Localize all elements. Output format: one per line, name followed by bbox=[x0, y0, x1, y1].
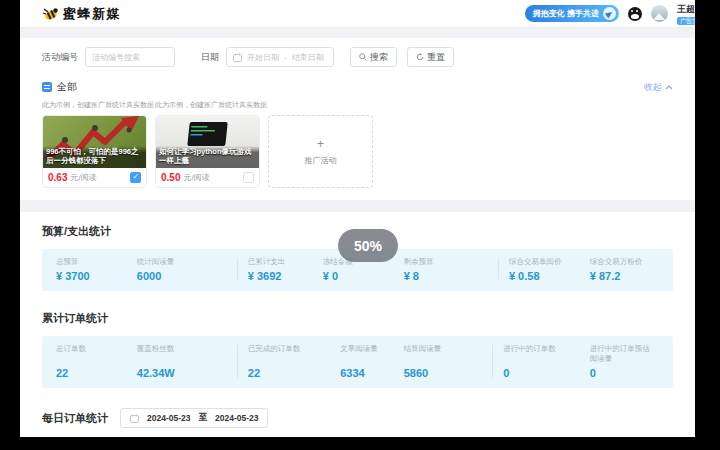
stat-label: 文章阅读量 bbox=[340, 344, 400, 353]
brand[interactable]: 蜜蜂新媒 bbox=[42, 5, 121, 23]
orders-section-title: 累计订单统计 bbox=[42, 311, 673, 326]
divider bbox=[498, 258, 499, 281]
stat-label: 统计阅读量 bbox=[137, 257, 231, 266]
date-end-placeholder: 结束日期 bbox=[292, 52, 324, 63]
campaign-price: 0.50 bbox=[161, 172, 180, 183]
stat-article-reads: 文章阅读量 6334 bbox=[340, 344, 404, 379]
campaign-panel: 活动编号 日期 开始日期 - 结束日期 搜索 bbox=[20, 38, 695, 200]
top-header: 蜜蜂新媒 拥抱变化 携手共进 王超 广告主 bbox=[20, 0, 695, 28]
campaign-price-unit: 元/阅读 bbox=[183, 172, 209, 183]
stat-label: 总订单数 bbox=[56, 344, 133, 353]
add-campaign-card[interactable]: + 推广活动 bbox=[268, 115, 373, 188]
search-button[interactable]: 搜索 bbox=[350, 47, 397, 67]
stat-label: 已完成的订单数 bbox=[248, 344, 336, 353]
sample-hint: 此为示例，创建推广后统计真实数据 bbox=[155, 100, 268, 110]
campaign-card-python[interactable]: 如何让学习python像玩游戏一样上瘾 0.50 元/阅读 bbox=[155, 115, 260, 188]
mascot-icon[interactable] bbox=[628, 7, 642, 21]
stat-fans-covered: 覆盖粉丝数 42.34W bbox=[137, 344, 235, 379]
user-name: 王超 bbox=[677, 3, 695, 16]
stat-label: 已累计支出 bbox=[248, 257, 319, 266]
date-separator: - bbox=[284, 53, 287, 62]
add-campaign-label: 推广活动 bbox=[305, 155, 337, 166]
stat-price-per-10k-fans: 综合交易万粉价 ¥ 87.2 bbox=[590, 257, 659, 282]
stat-label: 结算阅读量 bbox=[404, 344, 487, 353]
stat-label: 综合交易万粉价 bbox=[590, 257, 655, 266]
stat-value: ¥ 0 bbox=[323, 270, 400, 282]
page-viewport: 蜜蜂新媒 拥抱变化 携手共进 王超 广告主 活动编号 日期 bbox=[20, 0, 695, 437]
collapse-link[interactable]: 收起 bbox=[644, 81, 673, 94]
campaign-title: 996不可怕，可怕的是996之后一分钱都没落下 bbox=[43, 146, 146, 169]
campaign-price: 0.63 bbox=[48, 172, 67, 183]
calendar-icon bbox=[233, 53, 242, 62]
slogan-text: 拥抱变化 携手共进 bbox=[533, 8, 599, 19]
date-start-placeholder: 开始日期 bbox=[247, 52, 279, 63]
stat-price-per-read: 综合交易单阅价 ¥ 0.58 bbox=[509, 257, 590, 282]
stat-value: 5860 bbox=[404, 367, 487, 379]
daily-date-from: 2024-05-23 bbox=[147, 413, 190, 423]
daily-date-to: 2024-05-23 bbox=[215, 413, 258, 423]
rocket-icon bbox=[603, 7, 616, 20]
stat-value: ¥ 87.2 bbox=[590, 270, 655, 282]
stat-completed-orders: 已完成的订单数 22 bbox=[248, 344, 340, 379]
reset-button[interactable]: 重置 bbox=[407, 47, 454, 67]
filter-bar: 活动编号 日期 开始日期 - 结束日期 搜索 bbox=[42, 47, 673, 67]
stat-value: 0 bbox=[590, 367, 655, 379]
stat-value: 6334 bbox=[340, 367, 400, 379]
stat-label: 剩余预算 bbox=[404, 257, 492, 266]
bee-logo-icon bbox=[42, 7, 58, 21]
stat-settled-reads: 结算阅读量 5860 bbox=[404, 344, 491, 379]
campaign-title: 如何让学习python像玩游戏一样上瘾 bbox=[156, 146, 259, 169]
stat-total-orders: 总订单数 22 bbox=[56, 344, 137, 379]
search-icon bbox=[359, 53, 367, 61]
stat-value: ¥ 3692 bbox=[248, 270, 319, 282]
refresh-icon bbox=[416, 53, 424, 61]
calendar-icon bbox=[130, 414, 139, 423]
daily-date-range[interactable]: 2024-05-23 至 2024-05-23 bbox=[120, 408, 268, 428]
stat-label: 综合交易单阅价 bbox=[509, 257, 586, 266]
user-role-badge: 广告主 bbox=[677, 17, 695, 25]
stat-value: 22 bbox=[56, 367, 133, 379]
tab-all[interactable]: 全部 bbox=[57, 80, 77, 94]
campaign-checkbox-unchecked[interactable] bbox=[243, 172, 254, 183]
divider bbox=[492, 345, 493, 378]
campaign-checkbox-checked[interactable] bbox=[130, 172, 141, 183]
stat-value: ¥ 0.58 bbox=[509, 270, 586, 282]
plus-icon: + bbox=[317, 137, 324, 151]
collapse-label: 收起 bbox=[644, 81, 662, 94]
stat-total-spent: 已累计支出 ¥ 3692 bbox=[248, 257, 323, 282]
avatar[interactable] bbox=[651, 5, 668, 22]
daily-date-to-label: 至 bbox=[198, 412, 207, 424]
stat-ongoing-orders: 进行中的订单数 0 bbox=[503, 344, 590, 379]
sample-hint: 此为示例，创建推广后统计真实数据 bbox=[42, 100, 155, 110]
activity-label: 活动编号 bbox=[42, 51, 78, 64]
brand-title: 蜜蜂新媒 bbox=[63, 5, 121, 23]
orders-stats-strip: 总订单数 22 覆盖粉丝数 42.34W 已完成的订单数 22 文章阅读量 63… bbox=[42, 336, 673, 388]
stat-label: 进行中的订单预估阅读量 bbox=[590, 344, 655, 363]
chevron-up-icon bbox=[665, 85, 673, 90]
activity-input[interactable] bbox=[85, 47, 175, 67]
reset-button-label: 重置 bbox=[427, 51, 445, 64]
stat-label: 总预算 bbox=[56, 257, 133, 266]
date-range-input[interactable]: 开始日期 - 结束日期 bbox=[226, 47, 334, 67]
stat-label: 进行中的订单数 bbox=[503, 344, 586, 353]
daily-section-title: 每日订单统计 bbox=[42, 411, 108, 426]
all-list-icon bbox=[42, 82, 52, 92]
search-button-label: 搜索 bbox=[370, 51, 388, 64]
divider bbox=[237, 345, 238, 378]
date-label: 日期 bbox=[201, 51, 219, 64]
campaign-price-unit: 元/阅读 bbox=[70, 172, 96, 183]
campaign-thumbnail: 996不可怕，可怕的是996之后一分钱都没落下 bbox=[43, 116, 146, 168]
stat-value: 42.34W bbox=[137, 367, 231, 379]
divider bbox=[237, 258, 238, 281]
campaign-thumbnail: 如何让学习python像玩游戏一样上瘾 bbox=[156, 116, 259, 168]
stat-total-budget: 总预算 ¥ 3700 bbox=[56, 257, 137, 282]
stat-label: 覆盖粉丝数 bbox=[137, 344, 231, 353]
slogan-badge: 拥抱变化 携手共进 bbox=[525, 5, 619, 22]
user-block[interactable]: 王超 广告主 bbox=[677, 3, 695, 25]
stat-value: 22 bbox=[248, 367, 336, 379]
campaign-card-996[interactable]: 996不可怕，可怕的是996之后一分钱都没落下 0.63 元/阅读 bbox=[42, 115, 147, 188]
stat-read-count: 统计阅读量 6000 bbox=[137, 257, 235, 282]
stat-ongoing-estimated-reads: 进行中的订单预估阅读量 0 bbox=[590, 344, 659, 379]
stat-value: ¥ 3700 bbox=[56, 270, 133, 282]
stat-value: ¥ 8 bbox=[404, 270, 492, 282]
